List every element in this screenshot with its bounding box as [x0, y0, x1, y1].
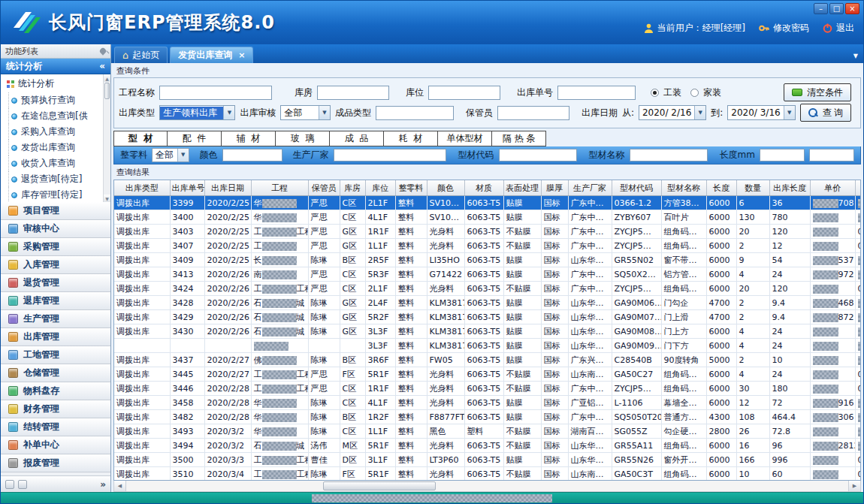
tree-scrollbar[interactable]: ▲ ▼ — [103, 74, 110, 202]
scroll-thumb[interactable] — [323, 481, 436, 490]
sidebar-item-审核中心[interactable]: 审核中心 — [1, 220, 110, 238]
tab-发货出库查询[interactable]: 发货出库查询× — [170, 47, 253, 63]
material-tab-单体型材[interactable]: 单体型材 — [438, 131, 492, 146]
maximize-button[interactable]: □ — [829, 3, 844, 14]
column-header[interactable]: 工程 — [251, 180, 308, 196]
radio-jiazhuang[interactable] — [690, 89, 699, 97]
tree-item[interactable]: 预算执行查询 — [1, 92, 110, 108]
desktop-view-icon[interactable] — [18, 480, 27, 489]
combo-arrow-icon[interactable]: ▼ — [223, 106, 234, 119]
search-button[interactable]: 查 询 — [800, 104, 851, 122]
column-header[interactable]: 出库日期 — [204, 180, 251, 196]
column-header[interactable]: 型材代码 — [612, 180, 661, 196]
material-tab-辅材[interactable]: 辅 材 — [222, 131, 276, 146]
column-header[interactable]: 材质 — [464, 180, 503, 196]
material-tab-型材[interactable]: 型 材 — [113, 131, 168, 146]
column-header[interactable]: 型材名称 — [661, 180, 706, 196]
combo-arrow-icon[interactable]: ▼ — [694, 106, 705, 119]
sidebar-item-项目管理[interactable]: 项目管理 — [1, 202, 110, 220]
tree-item[interactable]: 库存管理[待定] — [1, 187, 110, 202]
tree-item[interactable]: 采购入库查询 — [1, 124, 110, 140]
profile-name-input[interactable] — [630, 149, 708, 161]
outbound-audit-select[interactable]: 全部 ▼ — [280, 105, 331, 120]
tree-item[interactable]: 在途信息查询[供 — [1, 108, 110, 124]
color-input[interactable] — [222, 149, 282, 161]
product-type-input[interactable] — [376, 106, 454, 120]
column-header[interactable]: 库位 — [365, 180, 395, 196]
warehouse-input[interactable] — [317, 86, 389, 100]
column-header[interactable]: 单价 — [810, 180, 855, 196]
table-row[interactable]: 调拨出库34942020/3/2石城汤伟M区5R1F整料光身料6063-T5不贴… — [114, 439, 861, 453]
tab-list-caret-icon[interactable]: ▼ — [853, 53, 858, 59]
column-header[interactable]: 膜厚 — [541, 180, 568, 196]
sidebar-item-出库管理[interactable]: 出库管理 — [1, 328, 110, 346]
tab-起始页[interactable]: ⌂起始页 — [114, 47, 168, 63]
sidebar-item-生产管理[interactable]: 生产管理 — [1, 310, 110, 328]
sidebar-item-退货管理[interactable]: 退货管理 — [1, 274, 110, 292]
horizontal-scrollbar[interactable]: ◀ ▶ — [113, 481, 861, 492]
outbound-type-select[interactable]: 生产领料出库 ▼ — [159, 105, 235, 120]
sidebar-section-statistics[interactable]: 统计分析 « — [1, 59, 110, 74]
table-row[interactable]: 3L3F整料KLM38176063-T5贴膜国标山东华…GA90M09…门下方6… — [114, 339, 861, 353]
table-row[interactable]: 调拨出库34822020/2/28华陈琳B区1R2F整料F8877FT6063-… — [114, 410, 861, 424]
column-header[interactable]: 金 — [855, 180, 861, 196]
column-header[interactable]: 保管员 — [308, 180, 340, 196]
table-row[interactable]: 调拨出库34032020/2/25工工程严思G区1R1F整料光身料6063-T5… — [114, 225, 861, 239]
length-min-input[interactable] — [760, 149, 805, 161]
sidebar-item-结转管理[interactable]: 结转管理 — [1, 418, 110, 436]
sidebar-item-报废管理[interactable]: 报废管理 — [1, 454, 110, 472]
pin-icon[interactable] — [98, 47, 107, 55]
column-header[interactable]: 长度 — [706, 180, 736, 196]
column-header[interactable]: 出库类型 — [114, 180, 170, 196]
scroll-left-icon[interactable]: ◀ — [114, 481, 126, 491]
table-row[interactable]: 调拨出库34302020/2/26石城陈琳G区3L3F整料KLM38176063… — [114, 324, 861, 339]
length-max-input[interactable] — [809, 149, 854, 161]
manufacturer-input[interactable] — [334, 149, 446, 161]
radio-gongzhuang[interactable] — [651, 89, 659, 97]
column-header[interactable]: 出库单号 — [170, 180, 204, 196]
tree-scroll-thumb[interactable] — [104, 83, 110, 99]
whole-piece-select[interactable]: 全部 ▼ — [152, 148, 189, 162]
combo-arrow-icon[interactable]: ▼ — [177, 149, 189, 161]
close-tab-icon[interactable]: × — [238, 50, 245, 60]
table-row[interactable]: 调拨出库35002020/3/3工工程曹佳D区3L1F整料LT3P606063-… — [114, 453, 861, 467]
material-tab-配件[interactable]: 配 件 — [168, 131, 222, 146]
sidebar-item-财务管理[interactable]: 财务管理 — [1, 400, 110, 418]
combo-arrow-icon[interactable]: ▼ — [319, 106, 330, 119]
table-row[interactable]: 调拨出库34002020/2/25华严思C区4L1F整料SV10…6063-T5… — [114, 210, 861, 225]
form-view-icon[interactable] — [5, 480, 14, 489]
collapse-icon[interactable]: « — [99, 61, 105, 71]
profile-code-input[interactable] — [499, 149, 577, 161]
scroll-track[interactable] — [126, 481, 848, 491]
close-button[interactable]: × — [845, 3, 859, 14]
column-header[interactable]: 颜色 — [427, 180, 464, 196]
combo-arrow-icon[interactable]: ▼ — [784, 106, 795, 119]
tree-item[interactable]: 收货入库查询 — [1, 155, 110, 171]
material-tab-玻璃[interactable]: 玻 璃 — [276, 131, 330, 146]
table-row[interactable]: 调拨出库34452020/2/27工工程严思F区5R1F整料光身料6063-T5… — [114, 367, 861, 382]
sidebar-item-物料盘存[interactable]: 物料盘存 — [1, 382, 110, 400]
table-row[interactable]: 调拨出库34242020/2/26工工程严思C区2L1F整料光身料6063-T5… — [114, 282, 861, 296]
sidebar-item-工地管理[interactable]: 工地管理 — [1, 346, 110, 364]
order-no-input[interactable] — [557, 86, 636, 100]
sidebar-item-仓储管理[interactable]: 仓储管理 — [1, 364, 110, 382]
sidebar-item-入库管理[interactable]: 入库管理 — [1, 256, 110, 274]
tree-item[interactable]: 发货出库查询 — [1, 140, 110, 155]
column-header[interactable]: 出库长度 — [769, 180, 810, 196]
column-header[interactable]: 生产厂家 — [568, 180, 612, 196]
minimize-button[interactable]: – — [814, 3, 828, 14]
table-row[interactable]: 调拨出库34292020/2/26石城陈琳G区5R2F整料KLM38176063… — [114, 310, 861, 324]
sidebar-item-采购管理[interactable]: 采购管理 — [1, 238, 110, 256]
tree-scroll-up-icon[interactable]: ▲ — [104, 74, 110, 82]
table-row[interactable]: 调拨出库33992020/2/25华严思C区2L1F整料SV10…6063-T5… — [114, 196, 861, 210]
clear-conditions-button[interactable]: 清空条件 — [784, 83, 851, 101]
table-row[interactable]: 调拨出库34932020/3/2华陈琳C区1L1F整料黑色塑料不贴膜国标湖南百…… — [114, 424, 861, 439]
change-password-link[interactable]: 修改密码 — [759, 22, 809, 35]
table-row[interactable]: 调拨出库34372020/2/27佛陈琳B区3R6F整料FW056063-T5贴… — [114, 353, 861, 367]
project-name-input[interactable] — [159, 86, 272, 100]
column-header[interactable]: 表面处理 — [503, 180, 541, 196]
more-panels-icon[interactable]: » — [100, 479, 106, 490]
material-tab-成品[interactable]: 成 品 — [330, 131, 384, 146]
column-header[interactable]: 库房 — [340, 180, 365, 196]
logout-button[interactable]: 退出 — [823, 22, 854, 35]
